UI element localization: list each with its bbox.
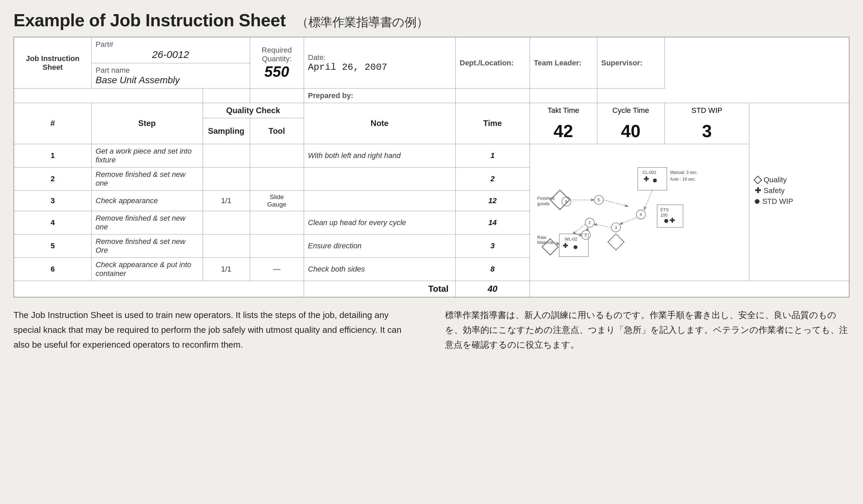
col-hash: # [14, 103, 91, 144]
date-section: Date: April 26, 2007 [304, 37, 455, 89]
step-tool-1 [250, 144, 304, 167]
svg-text:✚: ✚ [562, 242, 568, 249]
svg-point-22 [664, 219, 668, 223]
step-sampling-3: 1/1 [203, 190, 250, 211]
part-number-section: Part# 26-0012 [91, 37, 250, 63]
step-tool-3: SlideGauge [250, 190, 304, 211]
step-note-6: Check both sides [304, 257, 455, 281]
svg-text:6: 6 [565, 199, 567, 204]
legend-safety: ✚ Safety [755, 186, 843, 195]
svg-line-24 [620, 218, 636, 224]
std-wip-label-cell: STD WIP [664, 103, 749, 118]
step-col-headers: # Step Quality Check Note Time Takt Time… [14, 103, 849, 118]
svg-line-9 [603, 200, 628, 206]
footer-japanese: 標準作業指導書は、新人の訓練に用いるものです。作業手順を書き出し、安全に、良い品… [445, 308, 850, 352]
part-name-section: Part name Base Unit Assembly [91, 63, 250, 89]
col-sampling: Sampling [203, 118, 250, 144]
footer-english: The Job Instruction Sheet is used to tra… [13, 308, 418, 352]
svg-text:1: 1 [585, 233, 587, 237]
svg-point-13 [653, 179, 657, 183]
dept-section: Dept./Location: [455, 37, 529, 89]
svg-line-28 [593, 224, 611, 228]
step-desc-4: Remove finished & set new one [91, 211, 203, 234]
step-desc-1: Get a work piece and set into fixture [91, 144, 203, 167]
req-qty-section: Required Quantity: 550 [250, 37, 304, 89]
svg-text:Manual: 3 sec.: Manual: 3 sec. [670, 170, 697, 175]
step-sampling-2 [203, 167, 250, 190]
col-note: Note [304, 103, 455, 144]
step-desc-3: Check appearance [91, 190, 203, 211]
team-section: Team Leader: [529, 37, 597, 89]
svg-marker-27 [608, 234, 624, 250]
svg-text:✚: ✚ [643, 176, 649, 183]
step-note-4: Clean up head for every cycle [304, 211, 455, 234]
svg-text:Raw: Raw [537, 235, 546, 240]
total-value: 40 [455, 281, 529, 297]
step-sampling-1 [203, 144, 250, 167]
step-desc-2: Remove finished & set new one [91, 167, 203, 190]
step-sampling-5 [203, 234, 250, 257]
step-note-3 [304, 190, 455, 211]
step-time-2: 2 [455, 167, 529, 190]
step-note-1: With both left and right hand [304, 144, 455, 167]
total-row: Total 40 [14, 281, 849, 297]
jis-label: Job Instruction Sheet [14, 37, 91, 89]
cycle-label-cell: Cycle Time [597, 103, 664, 118]
svg-point-35 [573, 245, 577, 249]
step-time-1: 1 [455, 144, 529, 167]
total-label: Total [304, 281, 455, 297]
step-time-3: 12 [455, 190, 529, 211]
step-tool-4 [250, 211, 304, 234]
step-num-5: 5 [14, 234, 91, 257]
col-step: Step [91, 103, 203, 144]
step-tool-6: — [250, 257, 304, 281]
cycle-value-cell: 40 [597, 118, 664, 144]
svg-text:100: 100 [660, 213, 667, 218]
svg-text:4: 4 [639, 212, 642, 217]
diagram-cell: Finished goods 6 5 CL-001 ✚ [529, 144, 749, 281]
svg-text:3: 3 [615, 225, 617, 230]
step-time-6: 8 [455, 257, 529, 281]
svg-text:Auto  : 18 sec.: Auto : 18 sec. [670, 177, 696, 182]
svg-text:2: 2 [588, 220, 591, 225]
supervisor-section: Supervisor: [597, 37, 664, 89]
takt-label-cell: Takt Time [529, 103, 597, 118]
step-num-1: 1 [14, 144, 91, 167]
header-row-1: Job Instruction Sheet Part# 26-0012 Requ… [14, 37, 849, 63]
svg-line-31 [573, 224, 585, 234]
dot-icon [755, 199, 760, 204]
step-tool-5 [250, 234, 304, 257]
step-num-2: 2 [14, 167, 91, 190]
svg-text:goods: goods [537, 201, 550, 206]
step-num-3: 3 [14, 190, 91, 211]
step-num-6: 6 [14, 257, 91, 281]
svg-text:5: 5 [597, 198, 600, 203]
col-quality-check: Quality Check [203, 103, 304, 118]
takt-value-cell: 42 [529, 118, 597, 144]
step-note-2 [304, 167, 455, 190]
main-table: Job Instruction Sheet Part# 26-0012 Requ… [13, 37, 850, 297]
svg-text:WL-02: WL-02 [565, 237, 577, 242]
std-wip-value-cell: 3 [664, 118, 749, 144]
step-sampling-4 [203, 211, 250, 234]
step-sampling-6: 1/1 [203, 257, 250, 281]
cross-icon: ✚ [755, 186, 761, 195]
page-title: Example of Job Instruction Sheet （標準作業指導… [13, 10, 850, 31]
svg-text:✚: ✚ [669, 217, 675, 224]
svg-text:CL-001: CL-001 [642, 170, 656, 175]
step-time-5: 3 [455, 234, 529, 257]
legend-cell: Quality ✚ Safety STD WIP [749, 103, 849, 281]
svg-text:ETS: ETS [660, 208, 668, 212]
step-row-1: 1 Get a work piece and set into fixture … [14, 144, 849, 167]
step-desc-6: Check appearance & put into container [91, 257, 203, 281]
step-note-5: Ensure direction [304, 234, 455, 257]
step-num-4: 4 [14, 211, 91, 234]
step-desc-5: Remove finished & set new Ore [91, 234, 203, 257]
legend-quality: Quality [755, 176, 843, 184]
svg-line-38 [587, 228, 588, 230]
step-time-4: 14 [455, 211, 529, 234]
step-tool-2 [250, 167, 304, 190]
col-time: Time [455, 103, 529, 144]
prepared-row: Prepared by: [14, 89, 849, 103]
legend-std-wip: STD WIP [755, 197, 843, 206]
